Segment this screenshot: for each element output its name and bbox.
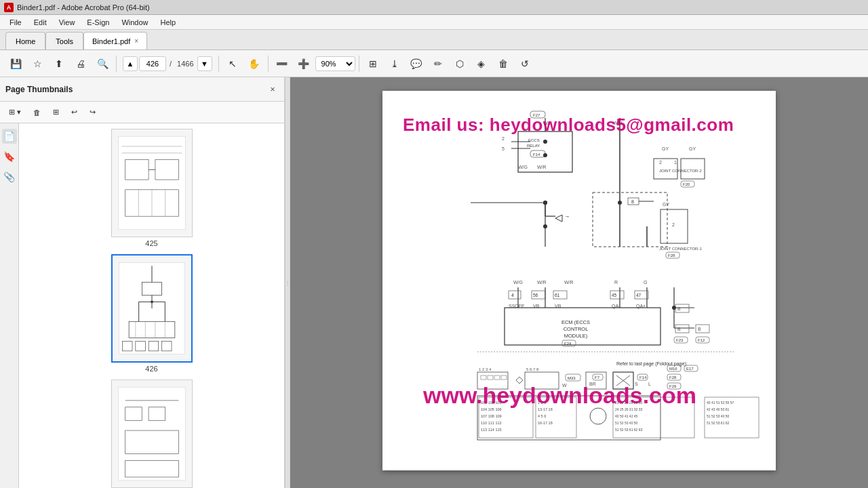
undo-icon: ↩	[71, 108, 77, 117]
comment-button[interactable]: 💬	[406, 54, 427, 74]
thumbnail-425[interactable]: 425	[111, 129, 193, 247]
svg-text:1: 1	[674, 160, 677, 165]
search-button[interactable]: 🔍	[92, 54, 113, 74]
zoom-out-button[interactable]: ➖	[272, 54, 292, 74]
svg-text:2: 2	[659, 160, 662, 165]
svg-text:8: 8	[631, 199, 634, 204]
menu-window[interactable]: Window	[116, 17, 153, 28]
bookmarks-icon[interactable]: 🔖	[2, 149, 17, 164]
tab-close-button[interactable]: ×	[134, 37, 138, 45]
svg-text:CONTROL: CONTROL	[564, 326, 589, 332]
next-page-button[interactable]: ▼	[197, 56, 212, 71]
menu-bar: File Edit View E-Sign Window Help	[0, 15, 868, 30]
svg-text:F14: F14	[639, 375, 647, 380]
svg-text:51 52 53  40 50: 51 52 53 40 50	[707, 414, 730, 418]
svg-text:107 108 109: 107 108 109	[481, 414, 502, 418]
draw-button[interactable]: ✏	[428, 54, 448, 74]
fit-page-button[interactable]: ⊞	[363, 54, 383, 74]
undo-thumb-button[interactable]: ↩	[66, 104, 82, 121]
svg-text:MODULE): MODULE)	[564, 333, 588, 339]
svg-text:ECM (ECCS: ECM (ECCS	[561, 319, 590, 325]
svg-text:51 52 53  61 62 63: 51 52 53 61 62 63	[615, 428, 643, 432]
rotate-button[interactable]: ⤓	[384, 54, 405, 74]
thumbnail-427[interactable]: 427	[111, 380, 193, 488]
print-button[interactable]: 🖨	[71, 54, 91, 74]
page-number-input[interactable]	[139, 56, 166, 71]
delete-thumb-button[interactable]: 🗑	[28, 104, 45, 121]
thumbnail-view-button[interactable]: ⊞ ▾	[4, 104, 26, 121]
thumbnail-426[interactable]: 426	[111, 254, 193, 373]
svg-text:RELAY: RELAY	[527, 144, 540, 148]
prev-page-button[interactable]: ▲	[123, 56, 138, 71]
page-separator: /	[167, 60, 174, 68]
tab-bar: Home Tools Binder1.pdf ×	[0, 30, 868, 50]
svg-text:GY: GY	[662, 146, 669, 151]
watermark-url: www.heydownloads.com	[423, 382, 696, 409]
svg-text:4: 4	[511, 293, 514, 298]
trash-icon: 🗑	[33, 108, 41, 117]
svg-text:QA-: QA-	[612, 304, 620, 309]
resize-handle[interactable]: ⋮	[285, 77, 290, 488]
svg-text:GY: GY	[689, 146, 696, 151]
redo-thumb-button[interactable]: ↪	[85, 104, 100, 121]
insert-thumb-button[interactable]: ⊞	[48, 104, 64, 121]
pdf-page: Email us: heydownloads5@gmail.com www.he…	[382, 91, 776, 470]
menu-view[interactable]: View	[54, 17, 81, 28]
menu-edit[interactable]: Edit	[28, 17, 52, 28]
redo-icon: ↪	[90, 108, 96, 117]
tab-home[interactable]: Home	[5, 32, 45, 49]
svg-text:F24: F24	[564, 342, 572, 346]
sidebar-close-button[interactable]: ×	[267, 83, 279, 96]
total-pages: 1466	[175, 60, 195, 68]
svg-text:16-17 18: 16-17 18	[538, 421, 553, 425]
sidebar-content: 📄 🔖 📎	[0, 123, 284, 488]
reset-button[interactable]: ↺	[515, 54, 535, 74]
svg-rect-87	[593, 192, 667, 247]
bookmark-button[interactable]: ☆	[27, 54, 47, 74]
svg-point-59	[543, 140, 547, 144]
select-tool-button[interactable]: ↖	[222, 54, 243, 74]
svg-text:F20: F20	[683, 182, 690, 186]
svg-text:F14: F14	[533, 152, 540, 157]
separator-3	[268, 56, 269, 72]
svg-text:F23: F23	[676, 338, 684, 342]
zoom-in-button[interactable]: ➕	[294, 54, 314, 74]
pdf-viewer[interactable]: Email us: heydownloads5@gmail.com www.he…	[290, 77, 868, 488]
sidebar-header: Page Thumbnails ×	[0, 77, 284, 102]
watermark-email: Email us: heydownloads5@gmail.com	[403, 115, 734, 136]
svg-text:B: B	[677, 327, 681, 331]
menu-file[interactable]: File	[4, 17, 27, 28]
hand-tool-button[interactable]: ✋	[244, 54, 264, 74]
markup-button[interactable]: ⬡	[450, 54, 470, 74]
grid-icon: ⊞	[9, 108, 15, 117]
svg-text:2: 2	[502, 136, 505, 141]
share-button[interactable]: ⬆	[49, 54, 69, 74]
menu-help[interactable]: Help	[155, 17, 182, 28]
svg-text:61: 61	[555, 293, 560, 298]
svg-text:F28: F28	[668, 253, 675, 258]
menu-esign[interactable]: E-Sign	[81, 17, 115, 28]
stamp-button[interactable]: ◈	[471, 54, 492, 74]
tab-tools[interactable]: Tools	[45, 32, 83, 49]
tab-document-label: Binder1.pdf	[92, 37, 130, 45]
svg-text:JOINT CONNECTOR-2: JOINT CONNECTOR-2	[659, 169, 702, 173]
svg-text:W/R: W/R	[537, 165, 547, 169]
attachments-icon[interactable]: 📎	[2, 169, 17, 184]
thumbnails-panel[interactable]: 425	[19, 123, 284, 488]
pages-icon[interactable]: 📄	[2, 129, 17, 144]
svg-rect-110	[509, 291, 521, 299]
svg-text:47: 47	[636, 293, 642, 298]
zoom-select[interactable]: 50% 75% 90% 100% 125% 150% 200%	[315, 56, 355, 71]
svg-text:B: B	[677, 306, 681, 311]
svg-text:F28: F28	[669, 375, 677, 380]
thumb-img-427	[111, 380, 193, 488]
delete-button[interactable]: 🗑	[493, 54, 513, 74]
svg-rect-30	[118, 387, 184, 481]
svg-rect-151	[501, 375, 507, 380]
svg-text:W/G: W/G	[518, 165, 528, 169]
save-button[interactable]: 💾	[5, 54, 26, 74]
toolbar: 💾 ☆ ⬆ 🖨 🔍 ▲ / 1466 ▼ ↖ ✋ ➖ ➕ 50% 75% 90%…	[0, 50, 868, 77]
svg-text:M33: M33	[568, 376, 576, 380]
svg-text:M16: M16	[669, 367, 677, 371]
tab-document[interactable]: Binder1.pdf ×	[83, 32, 147, 49]
